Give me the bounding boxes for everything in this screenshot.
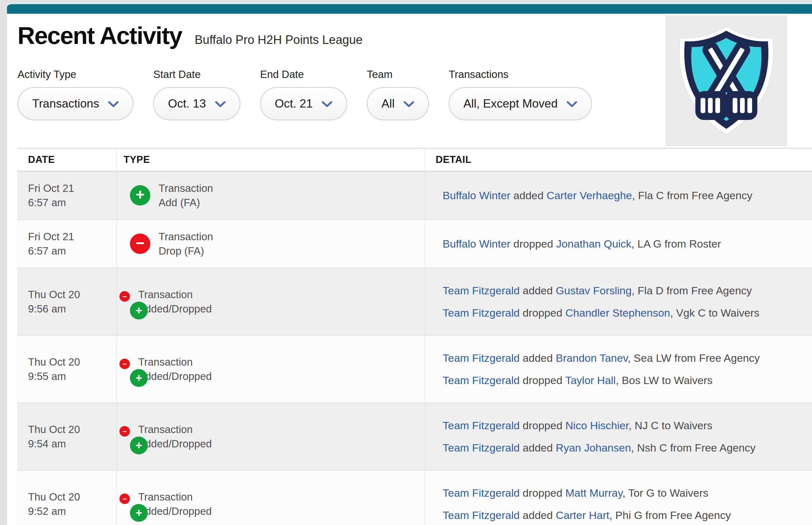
row-time: 6:57 am <box>28 244 117 258</box>
detail-text: dropped <box>520 419 566 432</box>
table-row: Fri Oct 21 6:57 am + Transaction Add (FA… <box>17 171 812 220</box>
chandler-stephenson-link[interactable]: Chandler Stephenson <box>566 307 670 319</box>
team-fitzgerald-link[interactable]: Team Fitzgerald <box>443 419 520 432</box>
detail-text: added <box>520 441 556 454</box>
detail-text: , Fla D from Free Agency <box>632 284 752 297</box>
filter-selected-value: All, Except Moved <box>463 97 557 110</box>
detail-text: , Bos LW to Waivers <box>616 374 713 386</box>
filter-group: Start Date Oct. 13 <box>153 69 240 120</box>
row-type-line2: Added/Dropped <box>138 302 212 316</box>
detail-text: , Vgk C to Waivers <box>670 307 759 319</box>
row-date: Thu Oct 20 <box>28 355 117 369</box>
filter-label: Team <box>367 69 429 80</box>
row-type-line1: Transaction <box>138 287 212 302</box>
hockey-shield-logo <box>674 21 779 140</box>
row-type-cell: +− Transaction Added/Dropped <box>117 268 425 335</box>
chevron-down-icon <box>404 101 414 108</box>
page-title: Recent Activity <box>17 24 182 48</box>
row-date-cell: Fri Oct 21 6:57 am <box>17 171 117 219</box>
filter-group: End Date Oct. 21 <box>260 69 347 120</box>
league-logo <box>666 15 787 146</box>
recent-activity-table: DATE TYPE DETAIL Fri Oct 21 6:57 am + Tr… <box>17 148 812 525</box>
row-detail-cell: Buffalo Winter dropped Jonathan Quick, L… <box>425 220 812 268</box>
detail-line: Team Fitzgerald added Gustav Forsling, F… <box>443 283 812 298</box>
filter-group: Transactions All, Except Moved <box>449 69 592 120</box>
add-icon: + <box>130 504 148 522</box>
column-header-detail: DETAIL <box>425 154 812 165</box>
row-date-cell: Thu Oct 20 9:54 am <box>17 403 117 470</box>
drop-icon: − <box>119 291 130 302</box>
row-type-text: Transaction Added/Dropped <box>138 355 212 384</box>
filter-dropdown-start-date[interactable]: Oct. 13 <box>153 87 240 120</box>
row-date: Fri Oct 21 <box>28 229 117 244</box>
team-fitzgerald-link[interactable]: Team Fitzgerald <box>443 441 520 454</box>
ryan-johansen-link[interactable]: Ryan Johansen <box>556 441 631 454</box>
drop-icon: − <box>119 494 130 504</box>
team-fitzgerald-link[interactable]: Team Fitzgerald <box>443 352 520 364</box>
gustav-forsling-link[interactable]: Gustav Forsling <box>556 284 632 297</box>
detail-text: added <box>520 509 556 521</box>
chevron-down-icon <box>215 101 226 108</box>
carter-verhaeghe-link[interactable]: Carter Verhaeghe <box>547 189 632 201</box>
filter-dropdown-activity-type[interactable]: Transactions <box>17 87 133 120</box>
team-fitzgerald-link[interactable]: Team Fitzgerald <box>443 509 520 521</box>
add-icon: + <box>130 302 148 319</box>
filter-group: Activity Type Transactions <box>17 69 133 120</box>
row-type-cell: + Transaction Add (FA) <box>117 171 425 219</box>
row-type-line2: Drop (FA) <box>159 244 213 258</box>
team-fitzgerald-link[interactable]: Team Fitzgerald <box>443 284 520 297</box>
row-time: 9:56 am <box>28 302 117 316</box>
add-icon: + <box>130 437 148 454</box>
nico-hischier-link[interactable]: Nico Hischier <box>566 419 628 432</box>
row-type-line1: Transaction <box>138 422 212 437</box>
row-type-line2: Added/Dropped <box>138 369 212 384</box>
table-row: Thu Oct 20 9:55 am +− Transaction Added/… <box>17 336 812 403</box>
filter-selected-value: Transactions <box>32 97 99 110</box>
detail-line: Team Fitzgerald dropped Taylor Hall, Bos… <box>443 373 812 388</box>
carter-hart-link[interactable]: Carter Hart <box>556 509 609 521</box>
detail-line: Team Fitzgerald dropped Nico Hischier, N… <box>443 418 812 433</box>
taylor-hall-link[interactable]: Taylor Hall <box>565 374 616 386</box>
detail-text: dropped <box>510 238 556 250</box>
filter-dropdown-end-date[interactable]: Oct. 21 <box>260 87 347 120</box>
table-row: Thu Oct 20 9:52 am +− Transaction Added/… <box>17 470 812 525</box>
detail-line: Team Fitzgerald dropped Matt Murray, Tor… <box>443 485 812 500</box>
row-type-text: Transaction Drop (FA) <box>159 229 213 258</box>
buffalo-winter-link[interactable]: Buffalo Winter <box>443 189 510 201</box>
filter-dropdown-team[interactable]: All <box>367 87 429 120</box>
row-type-line1: Transaction <box>138 355 212 369</box>
detail-text: added <box>520 352 556 364</box>
detail-text: , Fla C from Free Agency <box>632 189 752 201</box>
row-type-cell: +− Transaction Added/Dropped <box>117 470 425 525</box>
filter-label: Activity Type <box>17 69 133 80</box>
brandon-tanev-link[interactable]: Brandon Tanev <box>556 352 628 364</box>
column-header-type: TYPE <box>117 154 425 165</box>
chevron-down-icon <box>566 101 577 108</box>
row-type-line2: Added/Dropped <box>138 504 212 518</box>
team-fitzgerald-link[interactable]: Team Fitzgerald <box>443 307 520 319</box>
table-row: Fri Oct 21 6:57 am − Transaction Drop (F… <box>17 220 812 268</box>
team-fitzgerald-link[interactable]: Team Fitzgerald <box>443 374 520 386</box>
detail-line: Team Fitzgerald dropped Chandler Stephen… <box>443 305 812 320</box>
add-icon: + <box>130 369 148 387</box>
league-name: Buffalo Pro H2H Points League <box>194 33 362 47</box>
row-date: Thu Oct 20 <box>28 287 117 302</box>
buffalo-winter-link[interactable]: Buffalo Winter <box>443 238 510 250</box>
row-detail-cell: Team Fitzgerald added Brandon Tanev, Sea… <box>425 336 812 403</box>
matt-murray-link[interactable]: Matt Murray <box>566 487 623 499</box>
row-type-cell: +− Transaction Added/Dropped <box>117 403 425 470</box>
row-type-text: Transaction Added/Dropped <box>138 490 212 518</box>
table-header-row: DATE TYPE DETAIL <box>17 148 812 171</box>
detail-line: Team Fitzgerald added Ryan Johansen, Nsh… <box>443 440 812 455</box>
filter-dropdown-transactions[interactable]: All, Except Moved <box>449 87 592 120</box>
filter-selected-value: All <box>381 97 394 110</box>
team-fitzgerald-link[interactable]: Team Fitzgerald <box>443 487 520 499</box>
row-date-cell: Thu Oct 20 9:52 am <box>17 470 117 525</box>
drop-icon: − <box>130 234 150 254</box>
detail-line: Buffalo Winter added Carter Verhaeghe, F… <box>443 188 812 203</box>
jonathan-quick-link[interactable]: Jonathan Quick <box>556 238 632 250</box>
detail-text: dropped <box>520 307 566 319</box>
row-type-cell: − Transaction Drop (FA) <box>117 220 425 268</box>
row-type-text: Transaction Added/Dropped <box>138 422 212 451</box>
table-row: Thu Oct 20 9:54 am +− Transaction Added/… <box>17 403 812 470</box>
